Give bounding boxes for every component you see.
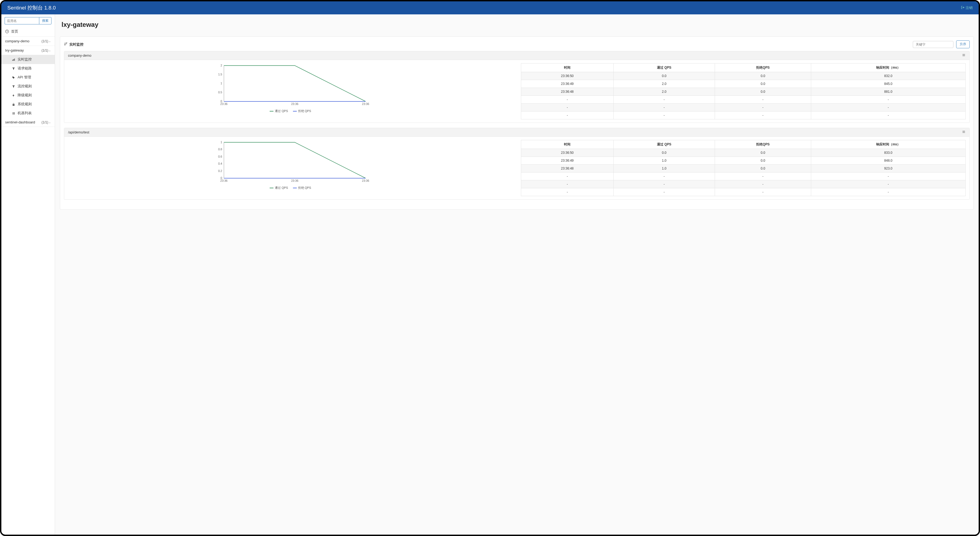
table-header: 通过 QPS (614, 140, 715, 149)
table-cell: 881.0 (811, 88, 966, 96)
app-count: (1/1) ⌄ (41, 120, 51, 124)
list-icon (12, 112, 16, 115)
table-cell: - (521, 96, 614, 104)
table-cell: - (614, 188, 715, 196)
header: Sentinel 控制台 1.8.0 注销 (2, 2, 978, 14)
table-cell: 2.0 (614, 88, 715, 96)
sidebar-subitem-filter[interactable]: 请求链路 (2, 64, 55, 73)
svg-text:23:36: 23:36 (362, 179, 369, 182)
svg-text:23:36: 23:36 (291, 102, 298, 105)
sort-button[interactable]: 升序 (956, 40, 970, 48)
table-header: 响应时间（ms） (811, 140, 966, 149)
logout-link[interactable]: 注销 (961, 5, 973, 10)
table-cell: - (811, 104, 966, 112)
table-cell: 0.0 (715, 149, 811, 157)
sidebar-home[interactable]: 首页 (2, 27, 55, 37)
app-count: (1/1) ⌄ (41, 39, 51, 43)
sidebar-subitem-label: 流控规则 (18, 84, 32, 89)
svg-text:23:36: 23:36 (220, 102, 228, 105)
table-cell: - (521, 104, 614, 112)
sidebar-subitem-tags[interactable]: API 管理 (2, 73, 55, 82)
sidebar-app-lxy-gateway[interactable]: lxy-gateway (1/1) ⌄ (2, 46, 55, 55)
sidebar-subitem-bolt[interactable]: 降级规则 (2, 91, 55, 100)
menu-icon[interactable] (962, 130, 966, 134)
sidebar-subitem-label: 请求链路 (18, 66, 32, 71)
chart-svg: 00.511.5223:3623:3623:36 (68, 63, 513, 107)
chevron-down-icon: ⌄ (49, 40, 51, 43)
table-cell: - (521, 172, 614, 180)
chevron-down-icon: ⌄ (49, 121, 51, 124)
menu-icon[interactable] (962, 53, 966, 57)
lock-icon (12, 103, 16, 106)
table-cell: - (614, 180, 715, 188)
chart-legend: 通过 QPS拒绝 QPS (68, 186, 513, 190)
table-row: 23:36:491.00.0848.0 (521, 157, 966, 165)
table-row: ---- (521, 112, 966, 120)
table-cell: - (715, 180, 811, 188)
svg-text:1: 1 (221, 81, 222, 85)
chart-svg: 00.20.40.60.8123:3623:3623:36 (68, 140, 513, 183)
chart-legend: 通过 QPS拒绝 QPS (68, 109, 513, 113)
tags-icon (12, 76, 16, 79)
keyword-input[interactable] (913, 41, 953, 48)
table-cell: - (521, 112, 614, 120)
table-cell: - (715, 112, 811, 120)
sidebar-subitem-list[interactable]: 机器列表 (2, 109, 55, 118)
table-cell: 23:36:49 (521, 157, 614, 165)
table-row: 23:36:481.00.0923.0 (521, 165, 966, 172)
sidebar-search: 搜索 (2, 14, 55, 27)
table-cell: 0.0 (614, 149, 715, 157)
svg-rect-6 (13, 104, 14, 105)
svg-text:2: 2 (221, 64, 222, 67)
table-row: 23:36:500.00.0832.0 (521, 72, 966, 80)
table-cell: - (715, 188, 811, 196)
table-cell: 1.0 (614, 157, 715, 165)
table-row: ---- (521, 96, 966, 104)
table-cell: - (614, 104, 715, 112)
table-cell: 848.0 (811, 157, 966, 165)
metrics-table: 时间通过 QPS拒绝QPS响应时间（ms）23:36:500.00.0833.0… (521, 140, 966, 196)
metrics-table: 时间通过 QPS拒绝QPS响应时间（ms）23:36:500.00.0832.0… (521, 63, 966, 120)
legend-pass: 通过 QPS (270, 186, 288, 190)
table-header: 拒绝QPS (715, 140, 811, 149)
resource-card: company-demo00.511.5223:3623:3623:36通过 Q… (64, 51, 970, 123)
table-cell: 832.0 (811, 72, 966, 80)
sidebar-subitem-label: 机器列表 (18, 111, 32, 116)
table-cell: 845.0 (811, 80, 966, 88)
svg-rect-2 (13, 60, 13, 61)
table-cell: 23:36:49 (521, 80, 614, 88)
filter-icon (12, 85, 16, 88)
table-cell: 23:36:50 (521, 72, 614, 80)
table-row: ---- (521, 180, 966, 188)
table-cell: - (715, 104, 811, 112)
app-search-input[interactable] (5, 17, 39, 24)
table-cell: 23:36:50 (521, 149, 614, 157)
sidebar-app-company-demo[interactable]: company-demo (1/1) ⌄ (2, 37, 55, 46)
sidebar-subitem-lock[interactable]: 系统规则 (2, 100, 55, 109)
app-count: (1/1) ⌄ (41, 49, 51, 53)
table-cell: - (614, 112, 715, 120)
sidebar-subitem-chart-bar[interactable]: 实时监控 (2, 55, 55, 64)
table-cell: - (521, 188, 614, 196)
chart: 00.20.40.60.8123:3623:3623:36通过 QPS拒绝 QP… (68, 140, 513, 196)
logout-icon (961, 6, 964, 10)
bolt-icon (12, 94, 16, 97)
table-cell: - (811, 112, 966, 120)
table-cell: - (614, 172, 715, 180)
sidebar-subitem-filter[interactable]: 流控规则 (2, 82, 55, 91)
table-cell: 0.0 (715, 165, 811, 172)
svg-rect-12 (13, 114, 15, 115)
sidebar-app-sentinel-dashboard[interactable]: sentinel-dashboard (1/1) ⌄ (2, 118, 55, 127)
table-header: 时间 (521, 64, 614, 72)
svg-text:0.4: 0.4 (218, 162, 222, 165)
svg-text:23:36: 23:36 (362, 102, 369, 105)
svg-rect-7 (13, 112, 13, 113)
table-cell: - (614, 96, 715, 104)
app-search-button[interactable]: 搜索 (39, 17, 51, 24)
table-cell: 2.0 (614, 80, 715, 88)
svg-text:0.2: 0.2 (218, 169, 222, 172)
table-header: 响应时间（ms） (811, 64, 966, 72)
table-cell: - (715, 96, 811, 104)
app-name: lxy-gateway (5, 48, 24, 53)
svg-text:1: 1 (221, 140, 222, 144)
